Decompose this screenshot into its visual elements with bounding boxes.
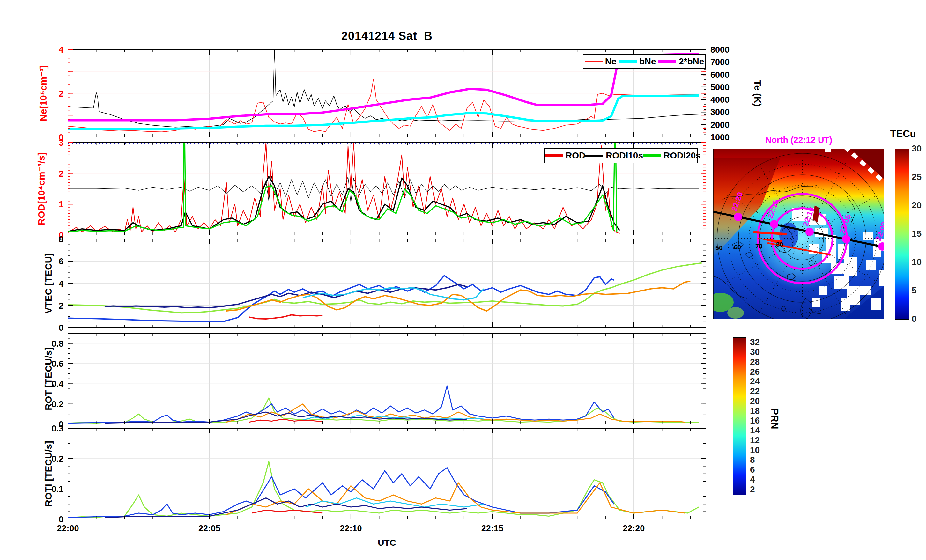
prn-colorbar-label: PRN — [769, 401, 780, 436]
prn-tick-label: 8 — [750, 455, 755, 465]
legend-item: RODI10s — [586, 151, 643, 161]
prn-tick-label: 12 — [750, 435, 760, 445]
legend-item: Ne — [585, 56, 617, 67]
prn-tick-label: 18 — [750, 406, 760, 416]
figure-title: 20141214 Sat_B — [68, 29, 706, 43]
tecu-tick-label: 20 — [912, 200, 921, 210]
prn-colorbar — [733, 338, 746, 495]
legend-item: 2*bNe — [658, 56, 704, 67]
prn-tick-label: 30 — [750, 347, 760, 357]
svg-text:0.8: 0.8 — [51, 339, 64, 348]
y-axis-label-rod: ROD[10⁴cm⁻³/s] — [36, 142, 47, 235]
legend-item: ROD — [545, 151, 586, 161]
tec-map: 22:2022:1522:1022:0522:0050607080 — [713, 148, 884, 320]
ne-line-sample — [585, 61, 602, 62]
y-axis-label-ne: Ne[10⁵cm⁻³] — [38, 50, 49, 137]
svg-text:6: 6 — [59, 257, 64, 266]
tec-map-canvas: 22:2022:1522:1022:0522:0050607080 — [713, 148, 884, 319]
prn-tick-label: 32 — [750, 337, 760, 347]
rodi20s-line-sample — [643, 154, 661, 157]
svg-text:22:20: 22:20 — [623, 524, 645, 533]
svg-text:2: 2 — [59, 301, 64, 310]
prn-tick-label: 2 — [750, 484, 755, 495]
tecu-tick-label: 25 — [912, 172, 921, 182]
svg-text:70: 70 — [755, 243, 763, 250]
svg-text:0.4: 0.4 — [51, 379, 64, 389]
prn-tick-label: 28 — [750, 357, 760, 367]
svg-text:0: 0 — [59, 323, 64, 333]
tecu-colorbar — [895, 148, 909, 319]
svg-text:0.3: 0.3 — [51, 424, 64, 433]
prn-tick-label: 20 — [750, 396, 760, 406]
legend-label: 2*bNe — [679, 56, 704, 67]
legend-item: RODI20s — [643, 151, 701, 161]
svg-text:0.1: 0.1 — [51, 484, 64, 494]
y-axis-label-roti: ROTI [TECU/s] — [43, 428, 54, 519]
svg-text:4: 4 — [59, 279, 64, 289]
svg-text:22:10: 22:10 — [340, 524, 362, 533]
figure: 20141214 Sat_B Ne[10⁵cm⁻³] ROD[10⁴cm⁻³/s… — [0, 0, 926, 560]
svg-text:60: 60 — [734, 244, 741, 251]
rodi10s-line-sample — [586, 155, 603, 157]
svg-text:2000: 2000 — [710, 120, 729, 130]
svg-text:3: 3 — [59, 138, 64, 148]
roti-plot: 00.10.20.322:0022:0522:1022:1522:20 — [68, 428, 706, 519]
prn-tick-label: 22 — [750, 386, 760, 397]
svg-text:8: 8 — [59, 235, 64, 244]
legend-label: RODI20s — [663, 151, 701, 161]
vtec-plot: 02468 — [68, 239, 706, 327]
y-axis-label-vtec: VTEC [TECU] — [43, 239, 54, 327]
svg-text:1: 1 — [59, 200, 64, 209]
svg-text:22:15: 22:15 — [481, 524, 503, 533]
prn-tick-label: 10 — [750, 445, 760, 456]
svg-text:22:05: 22:05 — [198, 524, 221, 533]
prn-tick-label: 4 — [750, 475, 755, 485]
svg-text:0.2: 0.2 — [51, 454, 64, 464]
svg-text:80: 80 — [776, 241, 783, 248]
prn-tick-label: 16 — [750, 416, 760, 426]
tecu-tick-label: 5 — [912, 285, 917, 296]
svg-text:8000: 8000 — [710, 45, 729, 54]
svg-text:2: 2 — [59, 89, 64, 98]
svg-text:0.6: 0.6 — [51, 359, 64, 369]
svg-text:22:00: 22:00 — [57, 524, 79, 533]
prn-tick-label: 24 — [750, 376, 760, 386]
legend-label: Ne — [605, 56, 617, 67]
legend-rod: ROD RODI10s RODI20s — [545, 148, 698, 163]
tecu-tick-label: 15 — [912, 229, 921, 239]
svg-text:3000: 3000 — [710, 107, 729, 117]
map-title: North (22:12 UT) — [713, 135, 884, 145]
y-axis-label-te: Te (K) — [752, 50, 763, 137]
prn-tick-label: 6 — [750, 465, 755, 475]
legend-label: RODI10s — [606, 151, 643, 161]
prn-tick-label: 26 — [750, 367, 760, 377]
legend-label: bNe — [639, 56, 656, 67]
svg-text:0.2: 0.2 — [51, 400, 64, 409]
tecu-tick-label: 30 — [912, 144, 921, 154]
legend-item: bNe — [619, 56, 656, 67]
svg-text:4: 4 — [59, 45, 64, 54]
svg-text:6000: 6000 — [710, 70, 729, 80]
rod-line-sample — [545, 154, 563, 157]
2bne-line-sample — [658, 60, 676, 63]
tecu-tick-label: 0 — [912, 314, 917, 324]
tecu-tick-label: 10 — [912, 257, 921, 267]
bne-line-sample — [619, 60, 637, 63]
svg-text:2: 2 — [59, 169, 64, 179]
tecu-colorbar-title: TECu — [889, 128, 917, 140]
svg-text:5000: 5000 — [710, 83, 729, 92]
x-axis-label: UTC — [68, 538, 706, 548]
svg-text:50: 50 — [716, 244, 722, 251]
svg-text:4000: 4000 — [710, 95, 729, 104]
legend-label: ROD — [566, 151, 586, 161]
rot-plot: 00.20.40.60.8 — [68, 333, 706, 424]
prn-tick-label: 14 — [750, 425, 760, 436]
svg-text:7000: 7000 — [710, 58, 729, 67]
svg-text:0: 0 — [59, 515, 64, 524]
legend-ne: Ne bNe 2*bNe — [583, 54, 706, 69]
